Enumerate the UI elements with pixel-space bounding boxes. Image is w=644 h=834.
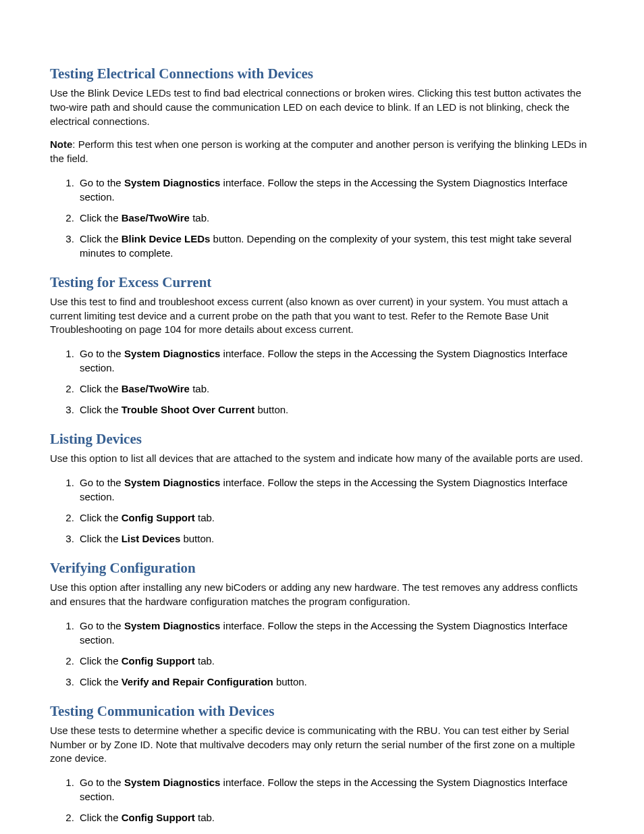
text-run: System Diagnostics <box>124 777 221 788</box>
ordered-steps: Go to the System Diagnostics interface. … <box>50 475 594 546</box>
heading-verifying-configuration: Verifying Configuration <box>50 559 594 577</box>
step-item: Click the Verify and Repair Configuratio… <box>77 675 594 689</box>
heading-testing-excess-current: Testing for Excess Current <box>50 273 594 291</box>
text-run: Click the <box>80 533 122 544</box>
text-run: button. <box>180 533 214 544</box>
text-run: button. <box>273 676 307 687</box>
text-run: Click the <box>80 212 122 224</box>
ordered-steps: Go to the System Diagnostics interface. … <box>50 619 594 689</box>
text-run: tab. <box>190 212 209 224</box>
step-item: Click the Config Support tab. <box>77 654 594 668</box>
text-run: Go to the <box>80 477 124 488</box>
step-item: Go to the System Diagnostics interface. … <box>77 775 594 804</box>
step-item: Click the Blink Device LEDs button. Depe… <box>77 232 594 260</box>
text-run: Trouble Shoot Over Current <box>122 404 255 415</box>
heading-testing-electrical: Testing Electrical Connections with Devi… <box>50 65 594 82</box>
text-run: Click the <box>80 383 122 394</box>
text-run: Go to the <box>80 348 124 359</box>
document-page: Testing Electrical Connections with Devi… <box>0 0 644 834</box>
step-item: Click the List Devices button. <box>77 531 594 546</box>
paragraph: Use this test to find and troubleshoot e… <box>50 295 594 337</box>
text-run: : Perform this test when one person is w… <box>50 138 587 164</box>
text-run: Go to the <box>80 177 124 188</box>
text-run: Click the <box>80 812 122 823</box>
text-run: System Diagnostics <box>124 348 221 359</box>
text-run: tab. <box>195 512 215 523</box>
text-run: Config Support <box>122 512 195 523</box>
text-run: button. <box>254 404 288 415</box>
step-item: Go to the System Diagnostics interface. … <box>77 475 594 504</box>
step-item: Click the Base/TwoWire tab. <box>77 211 594 225</box>
text-run: Go to the <box>80 620 124 631</box>
text-run: tab. <box>190 383 209 394</box>
text-run: Base/TwoWire <box>122 212 190 224</box>
text-run: Use these tests to determine whether a s… <box>50 725 575 764</box>
text-run: Click the <box>80 404 122 415</box>
text-run: List Devices <box>122 533 181 544</box>
ordered-steps: Go to the System Diagnostics interface. … <box>50 346 594 417</box>
text-run: Blink Device LEDs <box>122 233 211 244</box>
text-run: System Diagnostics <box>124 177 221 188</box>
text-run: System Diagnostics <box>124 620 221 631</box>
text-run: System Diagnostics <box>124 477 221 488</box>
text-run: Note <box>50 138 72 150</box>
step-item: Go to the System Diagnostics interface. … <box>77 346 594 375</box>
heading-listing-devices: Listing Devices <box>50 430 594 448</box>
step-item: Click the Config Support tab. <box>77 511 594 525</box>
text-run: Config Support <box>122 655 195 667</box>
text-run: Use this test to find and troubleshoot e… <box>50 296 568 335</box>
step-item: Click the Base/TwoWire tab. <box>77 382 594 396</box>
text-run: Click the <box>80 512 122 523</box>
text-run: tab. <box>195 812 215 823</box>
step-item: Click the Trouble Shoot Over Current but… <box>77 402 594 417</box>
text-run: Base/TwoWire <box>122 383 190 394</box>
step-item: In the Device Communication Test group b… <box>77 831 594 834</box>
text-run: Config Support <box>122 812 195 823</box>
paragraph: Use the Blink Device LEDs test to find b… <box>50 86 594 128</box>
paragraph: Use these tests to determine whether a s… <box>50 724 594 766</box>
text-run: tab. <box>195 655 215 667</box>
step-item: Click the Config Support tab. <box>77 810 594 825</box>
step-item: Go to the System Diagnostics interface. … <box>77 619 594 647</box>
step-item: Go to the System Diagnostics interface. … <box>77 176 594 204</box>
paragraph: Use this option after installing any new… <box>50 581 594 608</box>
text-run: Click the <box>80 233 122 244</box>
ordered-steps: Go to the System Diagnostics interface. … <box>50 176 594 260</box>
paragraph: Use this option to list all devices that… <box>50 452 594 466</box>
ordered-steps: Go to the System Diagnostics interface. … <box>50 775 594 834</box>
text-run: Click the <box>80 655 122 667</box>
text-run: Use this option after installing any new… <box>50 581 578 607</box>
text-run: Verify and Repair Configuration <box>122 676 273 687</box>
text-run: Use the Blink Device LEDs test to find b… <box>50 87 581 126</box>
paragraph-note: Note: Perform this test when one person … <box>50 138 594 165</box>
text-run: Go to the <box>80 777 124 788</box>
text-run: Click the <box>80 676 122 687</box>
heading-testing-communication: Testing Communication with Devices <box>50 702 594 720</box>
text-run: Use this option to list all devices that… <box>50 452 583 464</box>
